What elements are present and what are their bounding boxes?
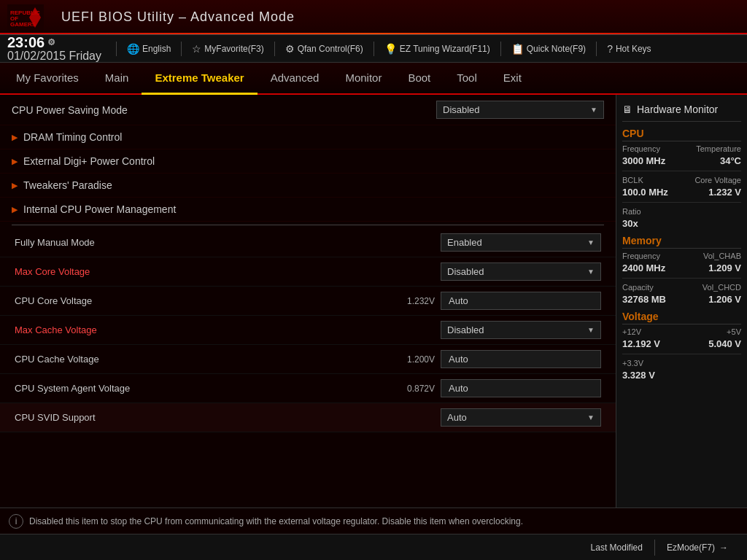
arrow-icon: ▶ <box>12 205 18 214</box>
hw-bclk-corevolt-values: 100.0 MHz 1.232 V <box>622 187 741 198</box>
bottom-bar: Last Modified EzMode(F7) → <box>0 534 747 560</box>
fully-manual-mode-item: Fully Manual Mode Enabled ▼ <box>0 228 616 257</box>
last-modified-button[interactable]: Last Modified <box>579 540 654 556</box>
hw-12v-value: 12.192 V <box>622 338 660 349</box>
cpu-core-voltage-input[interactable]: Auto <box>441 292 601 310</box>
hw-monitor-label: Hardware Monitor <box>637 104 718 115</box>
hw-12v-5v-values: 12.192 V 5.040 V <box>622 338 741 349</box>
hw-frequency-label: Frequency <box>622 144 660 153</box>
dram-timing-menu-item[interactable]: ▶ DRAM Timing Control <box>0 125 616 149</box>
internal-cpu-menu-item[interactable]: ▶ Internal CPU Power Management <box>0 198 616 222</box>
tweakers-paradise-menu-item[interactable]: ▶ Tweakers' Paradise <box>0 174 616 198</box>
quick-note-button[interactable]: 📋 Quick Note(F9) <box>511 43 586 55</box>
hw-divider <box>622 354 741 354</box>
fully-manual-mode-dropdown[interactable]: Enabled ▼ <box>441 233 601 252</box>
chevron-down-icon: ▼ <box>590 106 597 114</box>
hw-divider <box>622 278 741 279</box>
cpu-system-agent-voltage-item: CPU System Agent Voltage 0.872V Auto <box>0 374 616 403</box>
tab-my-favorites[interactable]: My Favorites <box>3 63 92 95</box>
divider <box>374 42 374 56</box>
hw-33v-value-row: 3.328 V <box>622 370 741 381</box>
dram-timing-label: DRAM Timing Control <box>23 131 122 143</box>
cpu-cache-voltage-numeric: 1.200V <box>391 354 435 365</box>
max-core-voltage-item: Max Core Voltage Disabled ▼ <box>0 257 616 287</box>
cpu-system-agent-voltage-input[interactable]: Auto <box>441 379 601 397</box>
ez-tuning-button[interactable]: 💡 EZ Tuning Wizard(F11) <box>384 43 490 55</box>
tab-boot[interactable]: Boot <box>395 63 444 95</box>
main-layout: CPU Power Saving Mode Disabled ▼ ▶ DRAM … <box>0 95 747 508</box>
settings-icon[interactable]: ⚙ <box>47 38 55 47</box>
hw-bclk-label: BCLK <box>622 176 643 184</box>
hw-temperature-label: Temperature <box>696 144 741 153</box>
qfan-button[interactable]: ⚙ Qfan Control(F6) <box>285 43 363 55</box>
max-core-voltage-value: Disabled <box>447 266 484 277</box>
qfan-label: Qfan Control(F6) <box>298 44 363 54</box>
cpu-power-saving-label: CPU Power Saving Mode <box>12 104 128 116</box>
external-digi-label: External Digi+ Power Control <box>23 155 155 167</box>
max-cache-voltage-dropdown[interactable]: Disabled ▼ <box>441 321 601 339</box>
hw-capacity-value: 32768 MB <box>622 294 666 305</box>
myfavorite-button[interactable]: ☆ MyFavorite(F3) <box>192 43 263 55</box>
fan-icon: ⚙ <box>285 43 295 55</box>
tuning-icon: 💡 <box>384 43 397 55</box>
divider <box>596 42 597 56</box>
tab-monitor[interactable]: Monitor <box>332 63 395 95</box>
chevron-down-icon: ▼ <box>587 268 595 276</box>
max-cache-voltage-value: Disabled <box>447 324 484 335</box>
header: REPUBLIC OF GAMERS UEFI BIOS Utility – A… <box>0 0 747 35</box>
hw-ratio-label-row: Ratio <box>622 207 741 216</box>
tab-tool[interactable]: Tool <box>444 63 490 95</box>
tab-extreme-tweaker[interactable]: Extreme Tweaker <box>142 63 257 95</box>
hw-memory-section-title: Memory <box>622 235 741 249</box>
nav-tabs: My Favorites Main Extreme Tweaker Advanc… <box>0 63 747 95</box>
rog-logo: REPUBLIC OF GAMERS <box>7 4 44 31</box>
hw-cpu-frequency-value: 3000 MHz <box>622 155 665 166</box>
hw-monitor-title: 🖥 Hardware Monitor <box>622 101 741 122</box>
hw-12v-label: +12V <box>622 327 641 336</box>
separator <box>12 225 604 225</box>
divider <box>181 42 182 56</box>
hotkeys-button[interactable]: ? Hot Keys <box>607 43 651 55</box>
tab-exit[interactable]: Exit <box>490 63 535 95</box>
language-selector[interactable]: 🌐 English <box>127 43 171 55</box>
cpu-system-agent-voltage-label: CPU System Agent Voltage <box>15 383 391 394</box>
hw-mem-freq-volchab-labels: Frequency Vol_CHAB <box>622 252 741 260</box>
hw-33v-value: 3.328 V <box>622 370 655 381</box>
ezmode-button[interactable]: EzMode(F7) → <box>655 540 740 556</box>
cpu-cache-voltage-item: CPU Cache Voltage 1.200V Auto <box>0 345 616 374</box>
external-digi-menu-item[interactable]: ▶ External Digi+ Power Control <box>0 149 616 174</box>
max-cache-voltage-item: Max Cache Voltage Disabled ▼ <box>0 316 616 345</box>
max-cache-voltage-label: Max Cache Voltage <box>15 324 441 335</box>
hw-vol-chab-label: Vol_CHAB <box>703 252 741 260</box>
tab-advanced[interactable]: Advanced <box>258 63 333 95</box>
divider <box>500 42 501 56</box>
hw-capacity-volchcd-labels: Capacity Vol_CHCD <box>622 283 741 292</box>
hw-divider <box>622 202 741 203</box>
topbar: 23:06 ⚙ 01/02/2015 Friday 🌐 English ☆ My… <box>0 35 747 63</box>
ezmode-arrow-icon: → <box>719 542 728 553</box>
cpu-cache-voltage-label: CPU Cache Voltage <box>15 354 391 365</box>
cpu-svid-support-dropdown[interactable]: Auto ▼ <box>441 408 601 427</box>
hw-bclk-value: 100.0 MHz <box>622 187 668 198</box>
myfavorite-label: MyFavorite(F3) <box>204 44 263 54</box>
clock-time: 23:06 <box>7 35 44 50</box>
cpu-power-saving-dropdown[interactable]: Disabled ▼ <box>436 101 604 119</box>
info-bar: i Disabled this item to stop the CPU fro… <box>0 508 747 534</box>
hw-capacity-volchcd-values: 32768 MB 1.206 V <box>622 294 741 305</box>
tweakers-paradise-label: Tweakers' Paradise <box>23 179 112 191</box>
max-core-voltage-dropdown[interactable]: Disabled ▼ <box>441 262 601 281</box>
chevron-down-icon: ▼ <box>587 413 595 421</box>
cpu-power-saving-menu-item[interactable]: CPU Power Saving Mode Disabled ▼ <box>0 95 616 125</box>
cpu-cache-voltage-input[interactable]: Auto <box>441 350 601 368</box>
hw-core-voltage-value: 1.232 V <box>708 187 741 198</box>
last-modified-label: Last Modified <box>591 542 643 553</box>
hw-33v-label-row: +3.3V <box>622 359 741 368</box>
cpu-svid-support-label: CPU SVID Support <box>15 412 441 423</box>
divider <box>116 42 117 56</box>
tab-main[interactable]: Main <box>92 63 142 95</box>
hw-ratio-label: Ratio <box>622 207 641 216</box>
hw-cpu-section-title: CPU <box>622 128 741 141</box>
language-label: English <box>142 44 171 54</box>
cpu-core-voltage-numeric: 1.232V <box>391 296 435 306</box>
info-text: Disabled this item to stop the CPU from … <box>29 516 523 526</box>
